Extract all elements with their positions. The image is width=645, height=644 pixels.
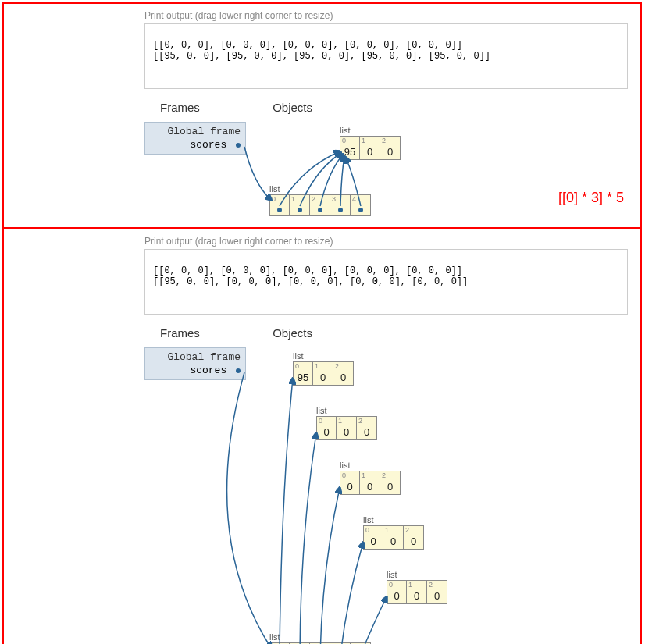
inner-list: list 095 10 20 bbox=[340, 126, 401, 160]
pointer-dot-icon bbox=[236, 143, 241, 148]
global-frame: Global frame scores bbox=[144, 347, 246, 380]
code-caption: [[0] * 3] * 5 bbox=[558, 190, 624, 206]
list-cell: 095 bbox=[340, 136, 360, 160]
frame-title: Global frame bbox=[150, 351, 241, 363]
comparison-container: Print output (drag lower right corner to… bbox=[2, 2, 642, 644]
list-cell: 10 bbox=[383, 525, 404, 550]
frame-variable: scores bbox=[150, 139, 241, 151]
list-cell: 20 bbox=[404, 525, 424, 550]
pointer-arrows bbox=[4, 340, 551, 644]
list-cell: 20 bbox=[427, 580, 447, 604]
panel-distinct-lists: Print output (drag lower right corner to… bbox=[4, 229, 640, 644]
column-headers: Frames Objects bbox=[160, 101, 640, 114]
list-cell: 1 bbox=[290, 194, 310, 216]
outer-list: list 0 1 2 3 4 bbox=[269, 632, 371, 644]
output-line: [[95, 0, 0], [0, 0, 0], [0, 0, 0], [0, 0… bbox=[153, 276, 468, 287]
objects-header: Objects bbox=[273, 101, 312, 114]
output-line: [[0, 0, 0], [0, 0, 0], [0, 0, 0], [0, 0,… bbox=[153, 40, 462, 51]
objects-header: Objects bbox=[273, 326, 312, 340]
list-cell: 00 bbox=[340, 471, 360, 495]
list-cell: 4 bbox=[351, 194, 371, 216]
global-frame: Global frame scores bbox=[144, 122, 246, 155]
resize-handle-icon[interactable] bbox=[618, 79, 625, 87]
memory-diagram: Global frame scores list 095 10 20 list … bbox=[4, 340, 640, 644]
list-cell: 00 bbox=[316, 416, 337, 440]
list-cell: 10 bbox=[407, 580, 427, 604]
list-cell: 20 bbox=[380, 136, 401, 160]
frames-header: Frames bbox=[160, 101, 246, 114]
print-output-label: Print output (drag lower right corner to… bbox=[144, 10, 640, 21]
inner-list-1: list 00 10 20 bbox=[316, 406, 377, 440]
resize-handle-icon[interactable] bbox=[618, 304, 625, 312]
pointer-dot-icon bbox=[236, 368, 241, 373]
column-headers: Frames Objects bbox=[160, 326, 640, 340]
print-output-label: Print output (drag lower right corner to… bbox=[144, 236, 640, 247]
frame-title: Global frame bbox=[150, 126, 241, 137]
outer-list: list 0 1 2 3 4 bbox=[269, 184, 371, 216]
list-cell: 00 bbox=[387, 580, 407, 604]
list-cell: 20 bbox=[380, 471, 401, 495]
frame-variable: scores bbox=[150, 365, 241, 376]
print-output-box[interactable]: [[0, 0, 0], [0, 0, 0], [0, 0, 0], [0, 0,… bbox=[144, 23, 628, 89]
inner-list-2: list 00 10 20 bbox=[340, 461, 401, 495]
list-cell: 0 bbox=[269, 194, 290, 216]
output-line: [[95, 0, 0], [95, 0, 0], [95, 0, 0], [95… bbox=[153, 51, 490, 62]
memory-diagram: Global frame scores list 0 1 2 3 4 list … bbox=[4, 114, 640, 215]
panel-shared-reference: Print output (drag lower right corner to… bbox=[4, 4, 640, 229]
list-cell: 20 bbox=[357, 416, 377, 440]
list-cell: 10 bbox=[337, 416, 357, 440]
inner-list-0: list 095 10 20 bbox=[293, 351, 354, 386]
list-cell: 20 bbox=[333, 361, 354, 386]
list-cell: 10 bbox=[313, 361, 333, 386]
list-cell: 095 bbox=[293, 361, 313, 386]
list-cell: 3 bbox=[330, 194, 351, 216]
list-cell: 2 bbox=[310, 194, 330, 216]
print-output-box[interactable]: [[0, 0, 0], [0, 0, 0], [0, 0, 0], [0, 0,… bbox=[144, 249, 628, 315]
list-label: list bbox=[269, 184, 371, 194]
inner-list-3: list 00 10 20 bbox=[363, 515, 424, 550]
list-cell: 10 bbox=[360, 136, 380, 160]
list-cell: 10 bbox=[360, 471, 380, 495]
frames-header: Frames bbox=[160, 326, 246, 340]
output-line: [[0, 0, 0], [0, 0, 0], [0, 0, 0], [0, 0,… bbox=[153, 265, 462, 276]
inner-list-4: list 00 10 20 bbox=[387, 570, 447, 604]
list-label: list bbox=[340, 126, 401, 135]
list-cell: 00 bbox=[363, 525, 383, 550]
